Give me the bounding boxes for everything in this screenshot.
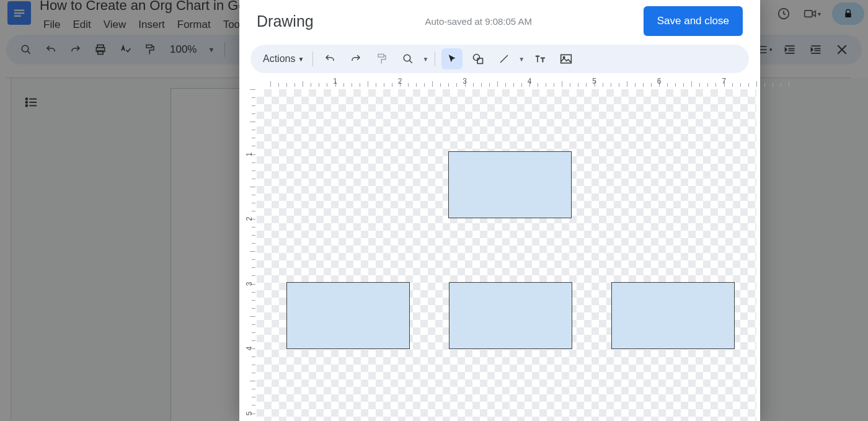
redo-icon[interactable] [345,48,366,69]
svg-rect-13 [378,55,384,58]
image-tool-icon[interactable] [556,48,577,69]
ruler-number: 4 [245,347,254,351]
ruler-number: 1 [333,77,337,86]
actions-menu[interactable]: Actions ▼ [259,53,306,64]
undo-icon[interactable] [319,48,340,69]
toolbar-separator [312,51,313,66]
ruler-number: 2 [245,217,254,221]
ruler-number: 3 [245,281,254,286]
ruler-number: 6 [657,77,662,86]
line-tool-icon[interactable] [494,48,515,69]
svg-point-14 [404,55,411,61]
ruler-number: 4 [528,77,532,86]
zoom-caret-icon[interactable]: ▼ [422,56,428,63]
save-and-close-button[interactable]: Save and close [644,6,743,36]
shape-tool-icon[interactable] [467,48,489,69]
svg-point-15 [474,55,480,61]
ruler-number: 7 [722,77,726,86]
shape-rectangle[interactable] [286,282,410,349]
svg-rect-17 [561,55,572,63]
shape-rectangle[interactable] [611,282,735,349]
actions-label: Actions [263,53,295,64]
ruler-number: 2 [398,77,402,86]
paint-format-icon[interactable] [371,48,392,69]
line-caret-icon[interactable]: ▼ [518,56,525,63]
autosave-status: Auto-saved at 9:08:05 AM [425,16,532,27]
drawing-canvas[interactable] [257,89,756,421]
select-tool-icon[interactable] [441,48,463,69]
vertical-ruler: 12345 [248,89,257,421]
svg-rect-16 [477,58,482,63]
actions-caret-icon: ▼ [298,56,304,63]
ruler-number: 5 [592,77,596,86]
drawing-modal: Drawing Auto-saved at 9:08:05 AM Save an… [239,0,760,421]
textbox-tool-icon[interactable] [529,48,551,69]
zoom-icon[interactable] [397,48,418,69]
drawing-modal-header: Drawing Auto-saved at 9:08:05 AM Save an… [239,0,760,45]
horizontal-ruler: 1234567 [257,78,756,89]
ruler-number: 3 [463,77,467,86]
toolbar-separator [435,51,435,66]
drawing-title: Drawing [257,12,314,30]
shape-rectangle[interactable] [448,151,572,218]
ruler-number: 1 [245,152,254,156]
drawing-canvas-area: 1234567 12345 [248,78,760,421]
drawing-toolbar: Actions ▼ ▼ ▼ [250,45,749,73]
ruler-number: 5 [245,411,254,415]
shape-rectangle[interactable] [449,282,572,349]
